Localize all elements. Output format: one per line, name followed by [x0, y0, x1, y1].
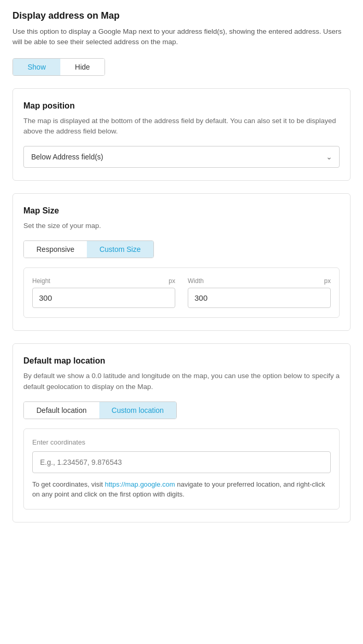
width-input[interactable]	[188, 288, 331, 308]
width-label: Width	[188, 277, 204, 285]
coord-input[interactable]	[32, 451, 331, 473]
hide-button[interactable]: Hide	[60, 59, 105, 75]
map-location-title: Default map location	[23, 356, 340, 366]
coord-hint-text: To get coordinates, visit	[32, 480, 105, 488]
map-position-dropdown-wrapper: Below Address field(s) Above Address fie…	[23, 146, 340, 168]
coord-label: Enter coordinates	[32, 438, 331, 446]
map-location-desc: By default we show a 0.0 latitude and lo…	[23, 371, 340, 392]
map-position-dropdown[interactable]: Below Address field(s) Above Address fie…	[23, 146, 340, 168]
google-maps-link[interactable]: https://map.google.com	[105, 480, 175, 488]
height-input[interactable]	[32, 288, 175, 308]
map-position-title: Map position	[23, 101, 340, 111]
responsive-tab[interactable]: Responsive	[24, 241, 87, 258]
size-row: Height px Width px	[32, 277, 331, 308]
page-description: Use this option to display a Google Map …	[12, 26, 351, 48]
visibility-toggle: Show Hide	[12, 58, 105, 76]
map-size-title: Map Size	[23, 206, 340, 216]
custom-location-tab[interactable]: Custom location	[99, 402, 176, 419]
height-field-group: Height px	[32, 277, 175, 308]
height-label: Height	[32, 277, 50, 285]
height-unit: px	[168, 277, 175, 285]
width-field-group: Width px	[188, 277, 331, 308]
custom-size-tab[interactable]: Custom Size	[87, 241, 153, 258]
map-size-tabs: Responsive Custom Size	[23, 240, 154, 258]
coordinates-card: Enter coordinates To get coordinates, vi…	[23, 428, 340, 509]
height-label-row: Height px	[32, 277, 175, 285]
page-title: Display address on Map	[12, 10, 351, 21]
width-unit: px	[324, 277, 331, 285]
coord-hint: To get coordinates, visit https://map.go…	[32, 479, 331, 500]
size-inputs-card: Height px Width px	[23, 267, 340, 318]
show-button[interactable]: Show	[13, 59, 60, 75]
width-label-row: Width px	[188, 277, 331, 285]
default-location-tab[interactable]: Default location	[24, 402, 99, 419]
map-location-tabs: Default location Custom location	[23, 401, 177, 419]
map-position-section: Map position The map is displayed at the…	[12, 88, 351, 181]
map-size-section: Map Size Set the size of your map. Respo…	[12, 193, 351, 331]
map-position-desc: The map is displayed at the bottom of th…	[23, 116, 340, 137]
map-location-section: Default map location By default we show …	[12, 343, 351, 522]
map-size-desc: Set the size of your map.	[23, 221, 340, 231]
